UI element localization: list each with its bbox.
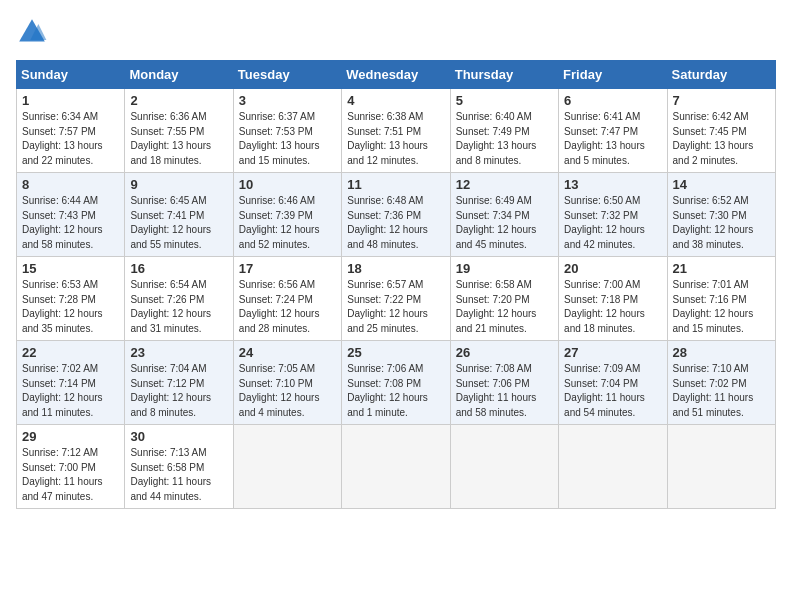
day-detail: Sunrise: 7:12 AMSunset: 7:00 PMDaylight:… xyxy=(22,446,119,504)
day-number: 30 xyxy=(130,429,227,444)
day-number: 21 xyxy=(673,261,770,276)
week-row-2: 8Sunrise: 6:44 AMSunset: 7:43 PMDaylight… xyxy=(17,173,776,257)
day-number: 3 xyxy=(239,93,336,108)
day-detail: Sunrise: 6:45 AMSunset: 7:41 PMDaylight:… xyxy=(130,194,227,252)
column-header-thursday: Thursday xyxy=(450,61,558,89)
day-cell: 29Sunrise: 7:12 AMSunset: 7:00 PMDayligh… xyxy=(17,425,125,509)
day-number: 23 xyxy=(130,345,227,360)
day-cell: 23Sunrise: 7:04 AMSunset: 7:12 PMDayligh… xyxy=(125,341,233,425)
day-detail: Sunrise: 6:49 AMSunset: 7:34 PMDaylight:… xyxy=(456,194,553,252)
day-detail: Sunrise: 6:42 AMSunset: 7:45 PMDaylight:… xyxy=(673,110,770,168)
day-detail: Sunrise: 7:10 AMSunset: 7:02 PMDaylight:… xyxy=(673,362,770,420)
day-detail: Sunrise: 7:01 AMSunset: 7:16 PMDaylight:… xyxy=(673,278,770,336)
day-cell xyxy=(233,425,341,509)
day-number: 10 xyxy=(239,177,336,192)
day-detail: Sunrise: 6:40 AMSunset: 7:49 PMDaylight:… xyxy=(456,110,553,168)
page-header xyxy=(16,16,776,48)
day-detail: Sunrise: 6:58 AMSunset: 7:20 PMDaylight:… xyxy=(456,278,553,336)
day-detail: Sunrise: 6:50 AMSunset: 7:32 PMDaylight:… xyxy=(564,194,661,252)
day-detail: Sunrise: 7:00 AMSunset: 7:18 PMDaylight:… xyxy=(564,278,661,336)
day-cell: 7Sunrise: 6:42 AMSunset: 7:45 PMDaylight… xyxy=(667,89,775,173)
day-detail: Sunrise: 6:57 AMSunset: 7:22 PMDaylight:… xyxy=(347,278,444,336)
day-detail: Sunrise: 6:36 AMSunset: 7:55 PMDaylight:… xyxy=(130,110,227,168)
day-detail: Sunrise: 6:38 AMSunset: 7:51 PMDaylight:… xyxy=(347,110,444,168)
day-detail: Sunrise: 6:37 AMSunset: 7:53 PMDaylight:… xyxy=(239,110,336,168)
day-cell: 27Sunrise: 7:09 AMSunset: 7:04 PMDayligh… xyxy=(559,341,667,425)
day-cell xyxy=(667,425,775,509)
day-cell: 3Sunrise: 6:37 AMSunset: 7:53 PMDaylight… xyxy=(233,89,341,173)
day-cell xyxy=(450,425,558,509)
day-number: 25 xyxy=(347,345,444,360)
day-number: 12 xyxy=(456,177,553,192)
day-detail: Sunrise: 6:54 AMSunset: 7:26 PMDaylight:… xyxy=(130,278,227,336)
day-cell: 2Sunrise: 6:36 AMSunset: 7:55 PMDaylight… xyxy=(125,89,233,173)
day-cell: 17Sunrise: 6:56 AMSunset: 7:24 PMDayligh… xyxy=(233,257,341,341)
column-header-tuesday: Tuesday xyxy=(233,61,341,89)
logo-icon xyxy=(16,16,48,48)
week-row-5: 29Sunrise: 7:12 AMSunset: 7:00 PMDayligh… xyxy=(17,425,776,509)
day-detail: Sunrise: 7:13 AMSunset: 6:58 PMDaylight:… xyxy=(130,446,227,504)
day-cell: 1Sunrise: 6:34 AMSunset: 7:57 PMDaylight… xyxy=(17,89,125,173)
day-detail: Sunrise: 7:05 AMSunset: 7:10 PMDaylight:… xyxy=(239,362,336,420)
day-detail: Sunrise: 7:09 AMSunset: 7:04 PMDaylight:… xyxy=(564,362,661,420)
day-detail: Sunrise: 6:41 AMSunset: 7:47 PMDaylight:… xyxy=(564,110,661,168)
day-cell: 13Sunrise: 6:50 AMSunset: 7:32 PMDayligh… xyxy=(559,173,667,257)
day-cell: 16Sunrise: 6:54 AMSunset: 7:26 PMDayligh… xyxy=(125,257,233,341)
column-header-sunday: Sunday xyxy=(17,61,125,89)
column-header-saturday: Saturday xyxy=(667,61,775,89)
day-number: 2 xyxy=(130,93,227,108)
day-cell: 24Sunrise: 7:05 AMSunset: 7:10 PMDayligh… xyxy=(233,341,341,425)
day-number: 28 xyxy=(673,345,770,360)
day-cell: 21Sunrise: 7:01 AMSunset: 7:16 PMDayligh… xyxy=(667,257,775,341)
day-cell: 26Sunrise: 7:08 AMSunset: 7:06 PMDayligh… xyxy=(450,341,558,425)
day-number: 15 xyxy=(22,261,119,276)
day-detail: Sunrise: 7:04 AMSunset: 7:12 PMDaylight:… xyxy=(130,362,227,420)
calendar-table: SundayMondayTuesdayWednesdayThursdayFrid… xyxy=(16,60,776,509)
week-row-4: 22Sunrise: 7:02 AMSunset: 7:14 PMDayligh… xyxy=(17,341,776,425)
day-cell: 8Sunrise: 6:44 AMSunset: 7:43 PMDaylight… xyxy=(17,173,125,257)
week-row-3: 15Sunrise: 6:53 AMSunset: 7:28 PMDayligh… xyxy=(17,257,776,341)
day-cell xyxy=(559,425,667,509)
day-cell: 14Sunrise: 6:52 AMSunset: 7:30 PMDayligh… xyxy=(667,173,775,257)
day-number: 24 xyxy=(239,345,336,360)
day-number: 8 xyxy=(22,177,119,192)
day-number: 27 xyxy=(564,345,661,360)
day-cell: 11Sunrise: 6:48 AMSunset: 7:36 PMDayligh… xyxy=(342,173,450,257)
day-cell: 9Sunrise: 6:45 AMSunset: 7:41 PMDaylight… xyxy=(125,173,233,257)
day-number: 7 xyxy=(673,93,770,108)
day-number: 5 xyxy=(456,93,553,108)
day-cell: 12Sunrise: 6:49 AMSunset: 7:34 PMDayligh… xyxy=(450,173,558,257)
day-number: 20 xyxy=(564,261,661,276)
day-detail: Sunrise: 6:52 AMSunset: 7:30 PMDaylight:… xyxy=(673,194,770,252)
day-number: 13 xyxy=(564,177,661,192)
day-number: 6 xyxy=(564,93,661,108)
day-detail: Sunrise: 6:44 AMSunset: 7:43 PMDaylight:… xyxy=(22,194,119,252)
day-number: 14 xyxy=(673,177,770,192)
day-cell: 22Sunrise: 7:02 AMSunset: 7:14 PMDayligh… xyxy=(17,341,125,425)
day-number: 9 xyxy=(130,177,227,192)
day-detail: Sunrise: 6:48 AMSunset: 7:36 PMDaylight:… xyxy=(347,194,444,252)
day-detail: Sunrise: 6:46 AMSunset: 7:39 PMDaylight:… xyxy=(239,194,336,252)
day-number: 11 xyxy=(347,177,444,192)
day-cell: 20Sunrise: 7:00 AMSunset: 7:18 PMDayligh… xyxy=(559,257,667,341)
column-header-wednesday: Wednesday xyxy=(342,61,450,89)
day-number: 17 xyxy=(239,261,336,276)
day-detail: Sunrise: 6:34 AMSunset: 7:57 PMDaylight:… xyxy=(22,110,119,168)
day-cell: 19Sunrise: 6:58 AMSunset: 7:20 PMDayligh… xyxy=(450,257,558,341)
day-cell: 30Sunrise: 7:13 AMSunset: 6:58 PMDayligh… xyxy=(125,425,233,509)
logo xyxy=(16,16,52,48)
day-cell: 4Sunrise: 6:38 AMSunset: 7:51 PMDaylight… xyxy=(342,89,450,173)
day-cell: 5Sunrise: 6:40 AMSunset: 7:49 PMDaylight… xyxy=(450,89,558,173)
day-cell: 28Sunrise: 7:10 AMSunset: 7:02 PMDayligh… xyxy=(667,341,775,425)
day-number: 4 xyxy=(347,93,444,108)
day-number: 26 xyxy=(456,345,553,360)
day-number: 22 xyxy=(22,345,119,360)
day-detail: Sunrise: 7:06 AMSunset: 7:08 PMDaylight:… xyxy=(347,362,444,420)
day-detail: Sunrise: 6:56 AMSunset: 7:24 PMDaylight:… xyxy=(239,278,336,336)
day-cell xyxy=(342,425,450,509)
day-detail: Sunrise: 7:08 AMSunset: 7:06 PMDaylight:… xyxy=(456,362,553,420)
column-header-monday: Monday xyxy=(125,61,233,89)
day-number: 16 xyxy=(130,261,227,276)
day-cell: 6Sunrise: 6:41 AMSunset: 7:47 PMDaylight… xyxy=(559,89,667,173)
day-detail: Sunrise: 6:53 AMSunset: 7:28 PMDaylight:… xyxy=(22,278,119,336)
